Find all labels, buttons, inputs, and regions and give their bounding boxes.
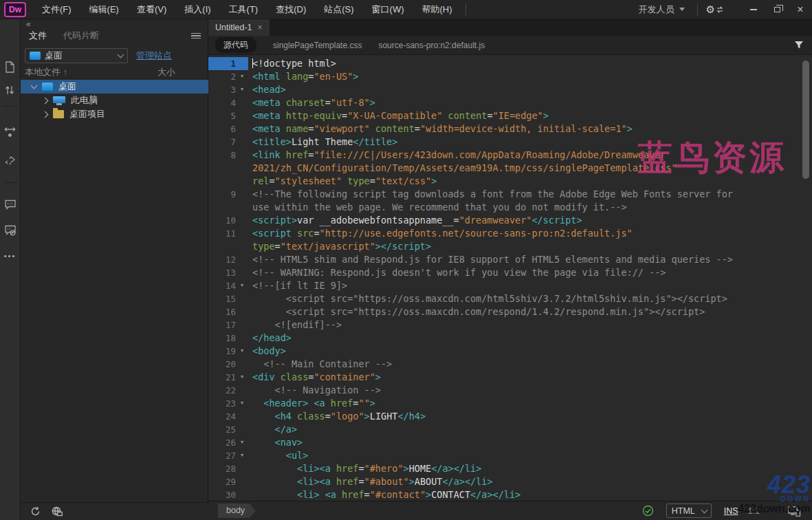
code-line[interactable]: 26▼ <nav> bbox=[208, 436, 812, 449]
tree-item-computer[interactable]: 此电脑 bbox=[21, 94, 208, 107]
site-selector-dropdown[interactable]: 桌面 bbox=[25, 48, 128, 63]
code-line[interactable]: 17 <![endif]--> bbox=[208, 318, 812, 332]
close-tab-icon[interactable]: × bbox=[258, 23, 263, 32]
vertical-scrollbar[interactable] bbox=[802, 58, 811, 498]
fold-arrow-icon[interactable]: ▼ bbox=[236, 345, 248, 358]
fold-arrow-icon[interactable]: ▼ bbox=[236, 371, 248, 384]
fold-arrow-icon[interactable]: ▼ bbox=[236, 397, 248, 410]
file-sync-icon[interactable] bbox=[0, 78, 21, 102]
code-text: <header> <a href=""> bbox=[248, 397, 375, 410]
more-options-icon[interactable]: ••• bbox=[4, 252, 17, 260]
code-line[interactable]: 7<title>Light Theme</title> bbox=[208, 136, 812, 149]
expand-all-icon[interactable] bbox=[0, 120, 21, 144]
line-number: 1 bbox=[208, 57, 236, 70]
tree-item-site[interactable]: 桌面 bbox=[21, 80, 208, 94]
code-line[interactable]: 4<meta charset="utf-8"> bbox=[208, 96, 812, 109]
code-line[interactable]: 11<script src="http://use.edgefonts.net/… bbox=[208, 227, 812, 240]
tab-snippets[interactable]: 代码片断 bbox=[55, 30, 107, 42]
code-line[interactable]: rel="stylesheet" type="text/css"> bbox=[208, 175, 812, 188]
fold-arrow-icon[interactable]: ▼ bbox=[236, 436, 248, 449]
menu-view[interactable]: 查看(V) bbox=[128, 0, 175, 19]
code-line[interactable]: 28 <li><a href="#hero">HOME</a></li> bbox=[208, 462, 812, 475]
menu-edit[interactable]: 编辑(E) bbox=[80, 0, 128, 19]
chevron-down-icon[interactable] bbox=[31, 83, 38, 89]
code-line[interactable]: 22 <!-- Navigation --> bbox=[208, 384, 812, 397]
tab-files[interactable]: 文件 bbox=[21, 30, 55, 42]
code-line[interactable]: 24 <h4 class="logo">LIGHT</h4> bbox=[208, 410, 812, 423]
line-number: 16 bbox=[208, 305, 236, 318]
code-line[interactable]: 8<link href="file:///C|/Users/423down.co… bbox=[208, 149, 812, 162]
related-file-source[interactable]: 源代码 bbox=[215, 37, 256, 53]
code-line[interactable]: 13<!-- WARNING: Respond.js doesn't work … bbox=[208, 266, 812, 279]
code-line[interactable]: 10<script>var __adobewebfontsappname__="… bbox=[208, 214, 812, 227]
code-line[interactable]: 3▼<head> bbox=[208, 83, 812, 96]
preview-in-browser-icon[interactable] bbox=[52, 506, 63, 517]
workspace-switcher[interactable]: 开发人员 bbox=[635, 3, 689, 16]
panel-menu-icon[interactable] bbox=[191, 33, 201, 39]
code-line[interactable]: 30 <li> <a href="#contact">CONTACT</a></… bbox=[208, 488, 812, 501]
code-line[interactable]: 6<meta name="viewport" content="width=de… bbox=[208, 122, 812, 136]
menu-tools[interactable]: 工具(T) bbox=[220, 0, 267, 19]
chevron-right-icon[interactable] bbox=[42, 111, 49, 118]
scrollbar-thumb[interactable] bbox=[802, 61, 809, 179]
remove-comment-icon[interactable] bbox=[0, 219, 21, 242]
refresh-icon[interactable] bbox=[30, 506, 41, 517]
manage-sites-link[interactable]: 管理站点 bbox=[136, 50, 172, 62]
open-documents-icon[interactable] bbox=[0, 55, 21, 78]
code-line[interactable]: 29 <li><a href="#about">ABOUT</a></li> bbox=[208, 475, 812, 488]
code-line[interactable]: type="text/javascript"></script> bbox=[208, 240, 812, 253]
code-line[interactable]: 27▼ <ul> bbox=[208, 449, 812, 462]
fold-arrow-icon[interactable]: ▼ bbox=[236, 83, 248, 96]
code-line[interactable]: 1<!doctype html> bbox=[208, 57, 812, 70]
code-line[interactable]: 18</head> bbox=[208, 332, 812, 345]
menu-find[interactable]: 查找(D) bbox=[267, 0, 315, 19]
code-line[interactable]: 2▼<html lang="en-US"> bbox=[208, 70, 812, 83]
line-number: 21 bbox=[208, 371, 236, 384]
line-number: 24 bbox=[208, 410, 236, 423]
sync-settings-button[interactable]: ⚙ bbox=[706, 3, 724, 16]
insert-mode-indicator[interactable]: INS bbox=[724, 506, 738, 516]
menu-help[interactable]: 帮助(H) bbox=[413, 0, 461, 19]
fold-gutter bbox=[236, 214, 248, 227]
restore-button[interactable] bbox=[765, 1, 789, 19]
fold-arrow-icon[interactable]: ▼ bbox=[236, 279, 248, 292]
menu-window[interactable]: 窗口(W) bbox=[363, 0, 413, 19]
code-line[interactable]: 12<!-- HTML5 shim and Respond.js for IE8… bbox=[208, 253, 812, 266]
column-local-files[interactable]: 本地文件 ↑ bbox=[25, 66, 67, 80]
apply-comment-icon[interactable] bbox=[0, 193, 21, 216]
code-line[interactable]: 5<meta http-equiv="X-UA-Compatible" cont… bbox=[208, 109, 812, 122]
code-line[interactable]: 21▼<div class="container"> bbox=[208, 371, 812, 384]
workspace-label: 开发人员 bbox=[639, 3, 674, 16]
format-source-icon[interactable] bbox=[0, 149, 21, 173]
filter-icon[interactable] bbox=[794, 41, 804, 50]
column-size[interactable]: 大小 bbox=[157, 66, 175, 80]
fold-arrow-icon[interactable]: ▼ bbox=[236, 70, 248, 83]
code-line[interactable]: use within the web page. We recommend th… bbox=[208, 201, 812, 214]
line-number: 11 bbox=[208, 227, 236, 240]
code-line[interactable]: 20 <!-- Main Container --> bbox=[208, 358, 812, 371]
code-line[interactable]: 2021/zh_CN/Configuration/Temp/Assets/eam… bbox=[208, 162, 812, 175]
code-line[interactable]: 16 <script src="https://oss.maxcdn.com/r… bbox=[208, 305, 812, 318]
code-editor[interactable]: 1<!doctype html>2▼<html lang="en-US">3▼<… bbox=[208, 55, 812, 501]
code-line[interactable]: 23▼ <header> <a href=""> bbox=[208, 397, 812, 410]
menu-site[interactable]: 站点(S) bbox=[315, 0, 362, 19]
minimize-button[interactable] bbox=[742, 1, 765, 19]
tree-item-folder[interactable]: 桌面项目 bbox=[21, 107, 208, 121]
chevron-right-icon[interactable] bbox=[42, 97, 49, 104]
code-line[interactable]: 15 <script src="https://oss.maxcdn.com/h… bbox=[208, 292, 812, 305]
device-preview-icon[interactable] bbox=[787, 506, 801, 517]
menu-insert[interactable]: 插入(I) bbox=[175, 0, 219, 19]
fold-arrow-icon[interactable]: ▼ bbox=[236, 449, 248, 462]
related-file-js[interactable]: source-sans-pro:n2:default.js bbox=[378, 41, 485, 50]
validation-ok-icon[interactable] bbox=[642, 505, 654, 517]
code-line[interactable]: 14▼<!--[if lt IE 9]> bbox=[208, 279, 812, 292]
menu-file[interactable]: 文件(F) bbox=[33, 0, 80, 19]
close-button[interactable]: × bbox=[789, 1, 812, 19]
tag-selector-body[interactable]: body bbox=[218, 503, 256, 518]
doctype-dropdown[interactable]: HTML bbox=[666, 503, 712, 518]
code-line[interactable]: 19▼<body> bbox=[208, 345, 812, 358]
code-line[interactable]: 9<!--The following script tag downloads … bbox=[208, 188, 812, 201]
code-line[interactable]: 25 </a> bbox=[208, 423, 812, 436]
related-file-css[interactable]: singlePageTemplate.css bbox=[273, 41, 362, 50]
document-tab[interactable]: Untitled-1 × bbox=[208, 19, 270, 36]
